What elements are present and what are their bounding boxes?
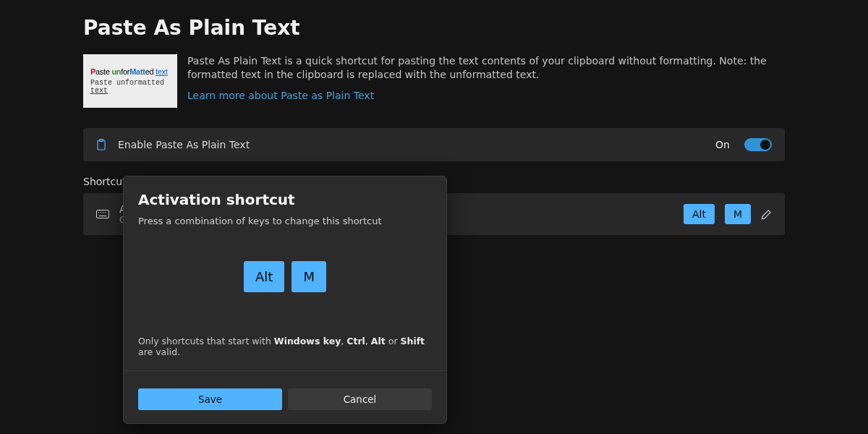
dialog-divider [124,370,446,371]
keyboard-icon [96,209,109,219]
shortcut-key-1: Alt [684,204,715,224]
enable-panel: Enable Paste As Plain Text On [83,128,785,161]
shortcut-key-2: M [725,204,751,224]
thumb-formatted-line: Paste unforMatted text [90,67,170,76]
intro-row: Paste unforMatted text Paste unformatted… [83,54,785,108]
dialog-button-row: Save Cancel [124,388,446,423]
enable-label: Enable Paste As Plain Text [118,139,704,150]
pencil-icon[interactable] [761,209,772,220]
enable-toggle[interactable] [744,138,772,151]
feature-thumbnail: Paste unforMatted text Paste unformatted… [83,54,177,108]
dialog-key-1: Alt [244,261,284,292]
toggle-state-label: On [715,139,730,150]
save-button[interactable]: Save [138,388,282,410]
page-description: Paste As Plain Text is a quick shortcut … [187,55,767,80]
thumb-plain-line: Paste unformatted text [90,79,170,95]
intro-text: Paste As Plain Text is a quick shortcut … [187,54,785,108]
cancel-button[interactable]: Cancel [288,388,432,410]
dialog-subtitle: Press a combination of keys to change th… [138,216,432,226]
dialog-key-2: M [292,261,326,292]
dialog-body: Activation shortcut Press a combination … [124,176,446,388]
dialog-key-row[interactable]: Alt M [138,261,432,292]
dialog-title: Activation shortcut [138,191,432,208]
page-title: Paste As Plain Text [83,16,785,40]
activation-shortcut-dialog: Activation shortcut Press a combination … [123,176,447,424]
svg-rect-2 [97,210,109,218]
clipboard-icon [96,139,106,150]
toggle-knob [760,140,770,150]
dialog-note: Only shortcuts that start with Windows k… [138,336,432,357]
learn-more-link[interactable]: Learn more about Paste as Plain Text [187,89,374,103]
